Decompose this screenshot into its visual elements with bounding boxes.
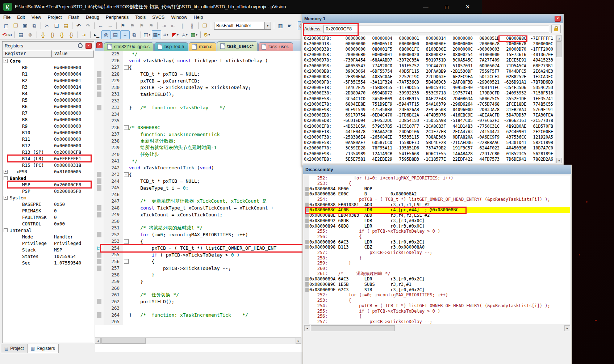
editor-tab-stm32f10x-gpio-c[interactable]: stm32f10x_gpio.c: [104, 42, 154, 51]
disassembly-line[interactable]: 258: }: [304, 255, 570, 261]
memory-row[interactable]: 0x20000F58:0AA80AE760587CCD1558DF735BC4C…: [303, 140, 555, 145]
register-row-r7[interactable]: R70x00000000: [3, 110, 94, 116]
memory-value[interactable]: 20000678: [473, 41, 500, 46]
memory-value[interactable]: -0A6EC9F9: [473, 135, 500, 140]
memory-value[interactable]: 7595B8D3: [392, 157, 419, 162]
register-row-msp[interactable]: MSP0x20000CF8: [3, 181, 94, 188]
memory-value[interactable]: 7EA30FEA: [526, 113, 553, 118]
menu-debug[interactable]: Debug: [83, 14, 103, 21]
register-row-sec[interactable]: Sec1.07559540: [3, 259, 94, 266]
maximize-button[interactable]: □: [436, 0, 457, 14]
memory-lock-button[interactable]: [551, 25, 561, 33]
memory-value[interactable]: 0AE22F48: [419, 96, 446, 101]
memory-value[interactable]: -19757741: [446, 90, 473, 96]
outdent-icon[interactable]: ⇤: [168, 21, 178, 30]
register-row-r8[interactable]: R80x00000000: [3, 116, 94, 123]
memory-value[interactable]: 0800051D: [366, 41, 392, 46]
disassembly-line[interactable]: 253: {: [304, 298, 570, 303]
memory-window-header[interactable]: Memory 1 ×: [302, 14, 563, 23]
memory-value[interactable]: 40D5F115: [392, 69, 419, 74]
register-row-basepri[interactable]: BASEPRI0x50: [3, 201, 94, 207]
memory-value[interactable]: -1AAABA28: [446, 151, 473, 156]
serial-window-icon-caret[interactable]: ▾: [167, 33, 168, 37]
copy-icon[interactable]: ❏: [52, 21, 61, 30]
memory-value[interactable]: -195851D6: [392, 145, 419, 151]
memory-value[interactable]: 10B7A7C0: [526, 145, 553, 151]
memory-value[interactable]: -2C3E77EB: [419, 129, 446, 134]
fold-collapse-icon[interactable]: −: [124, 172, 129, 177]
memory-value[interactable]: -1E3CA3FC: [526, 74, 553, 79]
memory-value[interactable]: 2F890EAA: [339, 74, 366, 79]
memory-value[interactable]: 7044DFC5: [500, 69, 526, 74]
memory-value[interactable]: 3385415D: [392, 118, 419, 123]
disassembly-line[interactable]: 257: pxTCB->xTicksToDelay --;: [304, 319, 570, 325]
memory-value[interactable]: 71354989: [339, 151, 366, 156]
editor-scroll-thumb[interactable]: [101, 338, 146, 344]
memory-value[interactable]: 2FCE18DE: [500, 102, 526, 107]
register-row-r6[interactable]: R60x00000000: [3, 103, 94, 110]
memory-value[interactable]: -6DD05074: [473, 63, 500, 68]
disassembly-line[interactable]: 254: pxTCB = ( TCB_t *) listGET_OWNER_OF…: [304, 197, 570, 202]
memory-value[interactable]: 437536CC: [500, 135, 526, 140]
disassembly-window-icon[interactable]: ◎: [101, 30, 111, 39]
register-row-core[interactable]: -Core: [3, 58, 94, 64]
tree-expand-icon[interactable]: -: [4, 59, 8, 63]
symbols-window-icon[interactable]: ▤: [111, 30, 120, 39]
memory-value[interactable]: 437BB915: [392, 96, 419, 101]
memory-value[interactable]: 4E2EBE29: [366, 157, 392, 162]
navigate-forward-icon[interactable]: →: [105, 21, 115, 30]
memory-value[interactable]: -6DF55754: [366, 69, 392, 74]
register-row-privilege[interactable]: PrivilegePrivileged: [3, 240, 94, 246]
scroll-left-icon[interactable]: ◂: [95, 338, 101, 344]
memory-value[interactable]: 4095DF40: [446, 85, 473, 90]
register-row-mode[interactable]: ModeHandler: [3, 233, 94, 240]
logic-analyzer-icon-caret[interactable]: ▾: [177, 33, 179, 37]
memory-window-icon-caret[interactable]: ▾: [158, 33, 160, 37]
menu-flash[interactable]: Flash: [65, 14, 83, 21]
menu-help[interactable]: Help: [191, 14, 206, 21]
memory-value[interactable]: 3C0A545C: [446, 58, 473, 63]
menu-tools[interactable]: Tools: [132, 14, 149, 21]
register-row-r10[interactable]: R100x00000000: [3, 129, 94, 136]
memory-value[interactable]: -1C5107F7: [392, 124, 419, 129]
memory-value[interactable]: 5D47DD37: [500, 113, 526, 118]
scroll-right-icon[interactable]: ▸: [296, 338, 301, 344]
memory-value[interactable]: 00000014: [419, 36, 446, 41]
memory-value[interactable]: 6100E00E: [419, 47, 446, 52]
memory-value[interactable]: 22EDF422: [446, 157, 473, 162]
memory-value[interactable]: -71D5A5CA: [500, 63, 526, 68]
run-icon[interactable]: ➔: [79, 30, 89, 39]
memory-value[interactable]: 08000254: [446, 52, 473, 57]
memory-row[interactable]: 0x20000DB8:390C3064-6DF5575440D5F11520FA…: [303, 68, 555, 74]
memory-value[interactable]: 179B9CFD: [473, 90, 500, 96]
find-in-files-icon[interactable]: ▥: [276, 21, 285, 30]
memory-value[interactable]: 3C39EE28: [339, 145, 366, 151]
memory-value[interactable]: 5019751D: [419, 58, 446, 63]
disassembly-current-line[interactable]: 0x0800088C 4C0B LDR r4,[pc,#44] ; @0x080…: [304, 207, 570, 213]
workspace-tab-registers[interactable]: ▦Registers: [27, 344, 59, 353]
memory-value[interactable]: 2ECE5E91: [500, 58, 526, 63]
editor-tab-task-user-[interactable]: task_user.: [258, 42, 293, 51]
memory-value[interactable]: 441D14B3: [446, 124, 473, 129]
menu-peripherals[interactable]: Peripherals: [103, 14, 132, 21]
close-button[interactable]: ✕: [457, 0, 478, 14]
memory-vertical-scrollbar[interactable]: ▴ ▾: [556, 35, 562, 163]
undo-icon[interactable]: ↶: [74, 21, 83, 30]
memory-value[interactable]: -1179DC55: [392, 85, 419, 90]
register-row-faultmask[interactable]: FAULTMASK0: [3, 214, 94, 220]
memory-row[interactable]: 0x20000FB8:5E5E75814E2EBE297595B8D3-1C18…: [303, 156, 555, 162]
paste-icon[interactable]: ▤: [61, 21, 71, 30]
memory-address-input[interactable]: 0x20000CF8: [323, 25, 549, 33]
editor-tab-task-user-c-[interactable]: task_user.c*: [217, 41, 258, 51]
memory-value[interactable]: 5B486DC3: [419, 80, 446, 85]
disassembly-line[interactable]: 0x08000886 E00C B 0x080008A2: [304, 191, 570, 197]
memory-value[interactable]: -7C5D7468: [473, 102, 500, 107]
memory-value[interactable]: -2B1530DF: [446, 69, 473, 74]
scroll-left-icon[interactable]: ◂: [304, 325, 310, 331]
memory-row[interactable]: 0x20000E98:0CF91549-475458BA2DFA26AB2F95…: [303, 107, 555, 112]
navigate-back-icon[interactable]: ←: [96, 21, 105, 30]
register-row-system[interactable]: -System: [3, 194, 94, 201]
register-row-r14-lr-[interactable]: R14 (LR)0xFFFFFFF1: [3, 155, 94, 162]
memory-value[interactable]: -296D6264: [446, 102, 473, 107]
memory-value[interactable]: -0ED4C470: [366, 113, 392, 118]
